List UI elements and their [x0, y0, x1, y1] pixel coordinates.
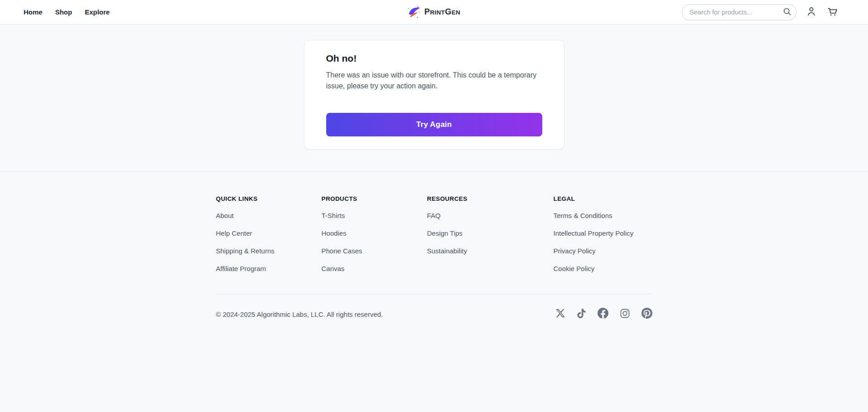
footer-link-affiliate-program[interactable]: Affiliate Program	[216, 265, 266, 272]
footer-heading: PRODUCTS	[322, 195, 427, 202]
footer-link-columns: QUICK LINKS About Help Center Shipping &…	[216, 195, 652, 273]
footer-link-cookie-policy[interactable]: Cookie Policy	[554, 265, 595, 272]
account-button[interactable]	[805, 6, 817, 18]
nav-link-explore[interactable]: Explore	[85, 0, 110, 24]
error-message: There was an issue with our storefront. …	[326, 70, 542, 92]
search-icon	[783, 7, 791, 17]
pinterest-social-link[interactable]	[641, 308, 652, 320]
social-links	[555, 308, 652, 320]
footer-heading: QUICK LINKS	[216, 195, 322, 202]
account-icon	[806, 6, 817, 18]
x-icon	[555, 308, 565, 320]
header-actions	[682, 4, 838, 20]
brand-logo-icon	[408, 5, 421, 19]
footer-link-about[interactable]: About	[216, 212, 234, 219]
tiktok-icon	[577, 309, 586, 320]
cart-button[interactable]	[826, 6, 838, 18]
footer-link-shipping-returns[interactable]: Shipping & Returns	[216, 247, 275, 255]
footer-link-phone-cases[interactable]: Phone Cases	[322, 247, 362, 255]
footer-link-ip-policy[interactable]: Intellectual Property Policy	[554, 229, 634, 237]
try-again-button[interactable]: Try Again	[326, 113, 542, 136]
footer-link-faq[interactable]: FAQ	[427, 212, 441, 219]
footer-link-design-tips[interactable]: Design Tips	[427, 229, 463, 237]
search-box	[682, 4, 796, 20]
footer-link-hoodies[interactable]: Hoodies	[322, 229, 347, 237]
instagram-social-link[interactable]	[620, 308, 630, 320]
footer-bottom: © 2024-2025 Algorithmic Labs, LLC. All r…	[216, 294, 652, 339]
footer-heading: RESOURCES	[427, 195, 554, 202]
error-title: Oh no!	[326, 53, 542, 64]
search-button[interactable]	[782, 7, 792, 17]
error-card: Oh no! There was an issue with our store…	[304, 40, 564, 150]
facebook-social-link[interactable]	[598, 308, 608, 320]
cart-icon	[827, 6, 838, 19]
x-social-link[interactable]	[555, 308, 565, 320]
footer-link-tshirts[interactable]: T-Shirts	[322, 212, 345, 219]
tiktok-social-link[interactable]	[577, 309, 586, 320]
footer-link-sustainability[interactable]: Sustainability	[427, 247, 467, 255]
nav-link-home[interactable]: Home	[24, 0, 43, 24]
nav-link-shop[interactable]: Shop	[55, 0, 72, 24]
footer-heading: LEGAL	[554, 195, 652, 202]
brand-logo[interactable]: PRINTGEN	[408, 5, 460, 19]
search-input[interactable]	[682, 4, 796, 20]
footer-link-privacy-policy[interactable]: Privacy Policy	[554, 247, 596, 255]
footer-link-terms-conditions[interactable]: Terms & Conditions	[554, 212, 612, 219]
navbar: Home Shop Explore	[0, 0, 868, 24]
pinterest-icon	[641, 308, 652, 320]
main-content: Oh no! There was an issue with our store…	[0, 40, 868, 172]
footer-col-legal: LEGAL Terms & Conditions Intellectual Pr…	[554, 195, 652, 273]
footer-inner: QUICK LINKS About Help Center Shipping &…	[216, 172, 652, 339]
instagram-icon	[620, 308, 630, 320]
page: Home Shop Explore	[0, 0, 868, 412]
site-footer: QUICK LINKS About Help Center Shipping &…	[0, 172, 868, 339]
footer-col-products: PRODUCTS T-Shirts Hoodies Phone Cases Ca…	[322, 195, 427, 273]
footer-col-quick-links: QUICK LINKS About Help Center Shipping &…	[216, 195, 322, 273]
brand-name: PRINTGEN	[424, 7, 460, 17]
copyright-text: © 2024-2025 Algorithmic Labs, LLC. All r…	[216, 310, 383, 318]
footer-col-resources: RESOURCES FAQ Design Tips Sustainability	[427, 195, 554, 273]
footer-link-help-center[interactable]: Help Center	[216, 229, 252, 237]
main-nav: Home Shop Explore	[24, 0, 110, 24]
footer-link-canvas[interactable]: Canvas	[322, 265, 345, 272]
facebook-icon	[598, 308, 608, 320]
